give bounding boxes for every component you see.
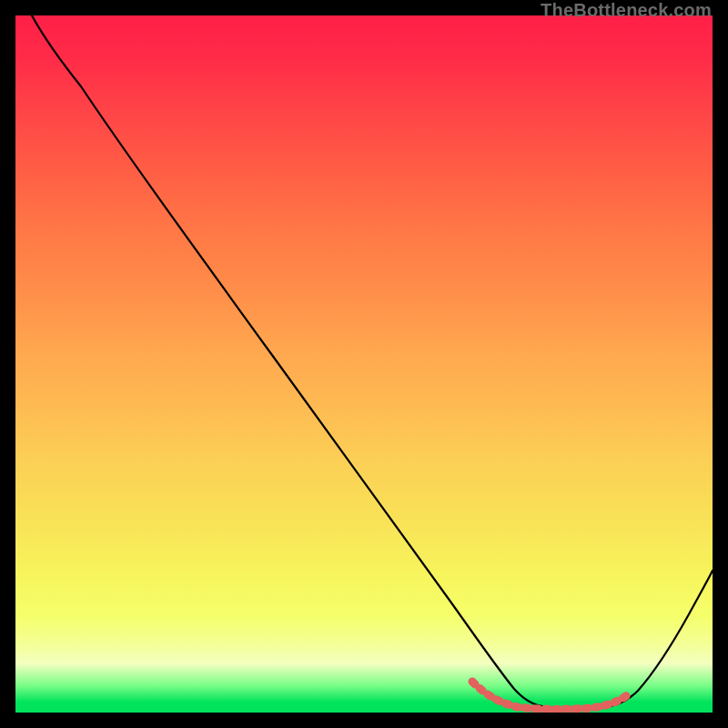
watermark-label: TheBottleneck.com [541, 0, 712, 21]
plot-area [15, 15, 713, 713]
optimal-range-marker [472, 682, 631, 709]
chart-svg [15, 15, 713, 713]
bottleneck-curve [32, 15, 713, 709]
chart-frame: TheBottleneck.com [0, 0, 728, 728]
